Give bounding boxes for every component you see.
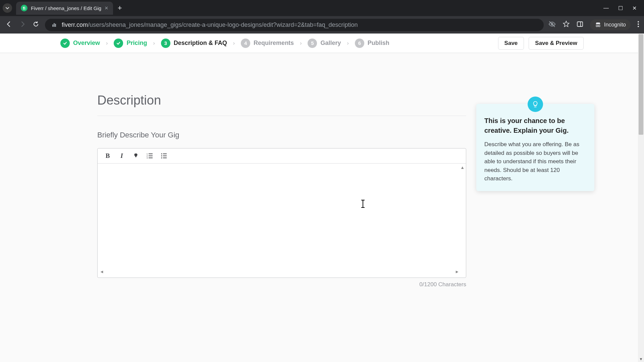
step-publish[interactable]: 6 Publish	[355, 39, 389, 48]
save-button[interactable]: Save	[498, 37, 524, 50]
step-gallery[interactable]: 5 Gallery	[308, 39, 341, 48]
address-bar: fiverr.com/users/sheena_jones/manage_gig…	[0, 16, 644, 34]
new-tab-button[interactable]: +	[113, 4, 127, 12]
back-button[interactable]	[5, 21, 13, 29]
browser-tab[interactable]: fi Fiverr / sheena_jones / Edit Gig ×	[16, 2, 113, 15]
inner-scroll-left-icon: ◄	[100, 269, 104, 274]
ordered-list-button[interactable]: 123	[146, 152, 154, 160]
wizard-stepper: Overview › Pricing › 3 Description & FAQ…	[0, 34, 644, 53]
site-info-icon[interactable]	[51, 21, 58, 28]
window-controls: — ☐ ✕	[603, 5, 641, 11]
tip-title: This is your chance to be creative. Expl…	[484, 116, 586, 135]
highlight-button[interactable]	[132, 152, 140, 160]
svg-point-9	[638, 26, 639, 27]
italic-button[interactable]: I	[118, 152, 126, 160]
url-text: fiverr.com/users/sheena_jones/manage_gig…	[62, 21, 358, 28]
text-cursor-icon	[363, 200, 363, 208]
svg-point-5	[598, 25, 600, 27]
browser-chrome: fi Fiverr / sheena_jones / Edit Gig × + …	[0, 0, 644, 34]
lightbulb-icon	[528, 97, 543, 112]
check-icon	[60, 39, 70, 48]
page-content: Overview › Pricing › 3 Description & FAQ…	[0, 34, 644, 362]
svg-point-20	[161, 157, 162, 158]
reload-button[interactable]	[32, 21, 40, 29]
divider	[97, 116, 466, 116]
svg-point-16	[161, 153, 162, 154]
tab-title: Fiverr / sheena_jones / Edit Gig	[31, 5, 101, 11]
incognito-label: Incognito	[604, 22, 626, 28]
save-preview-button[interactable]: Save & Preview	[529, 37, 584, 50]
tab-bar: fi Fiverr / sheena_jones / Edit Gig × + …	[0, 0, 644, 16]
bold-button[interactable]: B	[104, 152, 112, 160]
step-overview[interactable]: Overview	[60, 39, 100, 48]
field-label: Briefly Describe Your Gig	[97, 131, 466, 139]
close-tab-icon[interactable]: ×	[105, 5, 108, 12]
close-window-icon[interactable]: ✕	[632, 5, 637, 11]
character-counter: 0/1200 Characters	[97, 281, 466, 288]
tip-card: This is your chance to be creative. Expl…	[476, 104, 594, 191]
svg-rect-2	[577, 22, 583, 26]
rich-text-editor: B I 123 ▲ ◄ ►	[97, 148, 466, 278]
page-scrollbar[interactable]: ▲ ▼	[638, 34, 644, 362]
bullet-list-button[interactable]	[160, 152, 168, 160]
check-icon	[114, 39, 123, 48]
inner-scroll-right-icon: ►	[455, 269, 459, 274]
url-input[interactable]: fiverr.com/users/sheena_jones/manage_gig…	[45, 19, 544, 31]
side-panel-icon[interactable]	[577, 21, 583, 29]
step-pricing[interactable]: Pricing	[114, 39, 147, 48]
chevron-right-icon: ›	[347, 40, 349, 46]
step-description-faq[interactable]: 3 Description & FAQ	[161, 39, 227, 48]
chevron-right-icon: ›	[233, 40, 235, 46]
inner-scroll-up-icon: ▲	[460, 165, 465, 170]
scrollbar-thumb[interactable]	[639, 34, 643, 135]
step-requirements[interactable]: 4 Requirements	[241, 39, 294, 48]
chevron-right-icon: ›	[153, 40, 155, 46]
svg-text:3: 3	[147, 157, 148, 159]
tip-body: Describe what you are offering. Be as de…	[484, 140, 586, 183]
svg-point-8	[638, 23, 639, 25]
description-textarea[interactable]: ▲ ◄ ►	[98, 164, 466, 278]
chevron-right-icon: ›	[300, 40, 302, 46]
chevron-right-icon: ›	[106, 40, 108, 46]
svg-point-4	[596, 25, 598, 27]
svg-point-18	[161, 155, 162, 156]
incognito-icon	[595, 21, 601, 28]
scroll-down-icon[interactable]: ▼	[638, 356, 644, 362]
minimize-icon[interactable]: —	[603, 5, 609, 11]
eye-off-icon[interactable]	[548, 20, 556, 29]
editor-toolbar: B I 123	[98, 148, 466, 164]
bookmark-star-icon[interactable]	[562, 20, 570, 29]
incognito-badge[interactable]: Incognito	[590, 19, 631, 30]
favicon-fiverr-icon: fi	[21, 5, 28, 11]
tab-search-button[interactable]	[3, 3, 12, 13]
section-title: Description	[97, 93, 466, 108]
maximize-icon[interactable]: ☐	[618, 5, 623, 11]
forward-button[interactable]	[18, 21, 27, 29]
svg-point-7	[638, 21, 639, 22]
kebab-menu-icon[interactable]	[637, 21, 639, 29]
